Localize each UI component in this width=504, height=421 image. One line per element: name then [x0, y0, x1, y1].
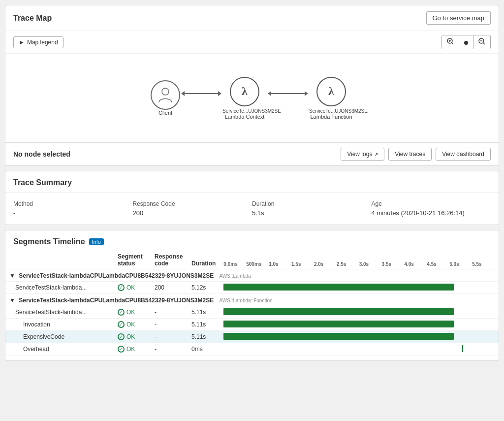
summary-method: Method - — [13, 200, 133, 217]
g2r2-ok-icon: ✓ — [118, 321, 125, 328]
g2r1-status: ✓ OK — [114, 306, 151, 319]
g2r4-code: - — [151, 343, 188, 356]
g2r2-status-text: OK — [126, 321, 135, 328]
timeline-header-row: Segmentstatus Responsecode Duration 0.0m… — [5, 251, 499, 269]
chevron-right-icon: ► — [19, 39, 25, 46]
g2r3-duration: 5.11s — [188, 331, 220, 343]
lambda-function-icon: λ — [328, 85, 334, 98]
svg-line-6 — [483, 43, 485, 44]
summary-method-label: Method — [13, 200, 133, 207]
col-header-name — [5, 251, 114, 269]
group2-badge: AWS::Lambda::Function — [220, 298, 273, 303]
summary-response-code-label: Response Code — [133, 200, 252, 207]
group1-toggle-icon: ▼ — [9, 272, 15, 279]
scale-2s: 2.0s — [314, 261, 337, 267]
g1r1-status: ✓ OK — [114, 282, 151, 294]
timeline-section: Segmentstatus Responsecode Duration 0.0m… — [5, 251, 499, 360]
group1-name: ServiceTestStack-lambdaCPULambdaCPU8B542… — [19, 272, 214, 279]
summary-age-label: Age — [372, 200, 491, 207]
group2-header[interactable]: ▼ ServiceTestStack-lambdaCPULambdaCPU8B5… — [5, 294, 499, 306]
scale-3s: 3.0s — [359, 261, 382, 267]
client-node-circle — [151, 80, 180, 110]
g1r1-code: 200 — [151, 282, 188, 294]
zoom-controls — [441, 35, 491, 49]
info-badge[interactable]: Info — [89, 238, 104, 245]
g2r3-bar-container — [223, 333, 495, 341]
g2r1-bar-cell — [220, 306, 499, 319]
segments-timeline-header: Segments Timeline Info — [5, 230, 499, 251]
view-buttons: View logs ↗ View traces View dashboard — [341, 148, 491, 161]
lambda-function-node[interactable]: λ ServiceTe...UJONS3M2SE Lambda Function — [309, 77, 353, 120]
group2-row2[interactable]: Invocation ✓ OK - 5.11s — [5, 319, 499, 331]
col-header-code: Responsecode — [151, 251, 188, 269]
g2r4-bar-cell — [220, 343, 499, 356]
g2r3-name: ExpensiveCode — [5, 331, 114, 343]
g2r4-name: Overhead — [5, 343, 114, 356]
segment-status-label: Segmentstatus — [118, 253, 147, 267]
g2r2-bar-container — [223, 321, 495, 328]
group2-toggle-icon: ▼ — [9, 297, 15, 304]
g2r1-code: - — [151, 306, 188, 319]
g2r3-status-text: OK — [126, 333, 135, 340]
g2r4-bar-container — [223, 345, 495, 353]
group1-header[interactable]: ▼ ServiceTestStack-lambdaCPULambdaCPU8B5… — [5, 269, 499, 282]
g2r2-bar-cell — [220, 319, 499, 331]
view-logs-button[interactable]: View logs ↗ — [341, 148, 384, 161]
zoom-in-icon — [447, 38, 454, 45]
zoom-out-icon — [478, 38, 485, 45]
map-legend-bar: ► Map legend — [5, 31, 499, 54]
g1r1-duration: 5.12s — [188, 282, 220, 294]
summary-response-code-value: 200 — [133, 209, 252, 217]
client-node[interactable]: Client — [151, 80, 180, 116]
g2r1-bar — [223, 308, 454, 315]
svg-line-3 — [452, 43, 453, 44]
lambda-context-icon: λ — [242, 85, 248, 98]
trace-summary-title: Trace Summary — [13, 178, 72, 187]
g2r1-status-ok: ✓ OK — [118, 309, 147, 316]
g1r1-bar — [223, 284, 454, 291]
go-to-service-map-button[interactable]: Go to service map — [426, 11, 491, 25]
summary-method-value: - — [13, 209, 133, 217]
summary-age-value: 4 minutes (2020-10-21 16:26:14) — [372, 209, 491, 217]
g2r2-status-ok: ✓ OK — [118, 321, 147, 328]
group2-name: ServiceTestStack-lambdaCPULambdaCPU8B542… — [19, 297, 214, 304]
summary-age: Age 4 minutes (2020-10-21 16:26:14) — [372, 200, 491, 217]
g2r2-code: - — [151, 319, 188, 331]
lambda-context-node[interactable]: λ ServiceTe...UJONS3M2SE Lambda Context — [222, 77, 267, 120]
zoom-out-button[interactable] — [473, 35, 490, 49]
map-legend-label: Map legend — [27, 39, 58, 46]
group2-row4[interactable]: Overhead ✓ OK - 0ms — [5, 343, 499, 356]
zoom-dot-icon — [464, 41, 468, 45]
zoom-in-button[interactable] — [442, 35, 459, 49]
map-legend-toggle[interactable]: ► Map legend — [13, 36, 63, 48]
group2-row3[interactable]: ExpensiveCode ✓ OK - 5.11s — [5, 331, 499, 343]
scale-1-5s: 1.5s — [291, 261, 314, 267]
view-traces-button[interactable]: View traces — [388, 148, 432, 161]
col-header-scale: 0.0ms 500ms 1.0s 1.5s 2.0s 2.5s 3.0s 3.5… — [220, 251, 499, 269]
g2r3-status: ✓ OK — [114, 331, 151, 343]
g2r1-bar-container — [223, 308, 495, 316]
zoom-reset-button[interactable] — [459, 35, 473, 49]
scale-4s: 4.0s — [404, 261, 427, 267]
lambda-function-label: Lambda Function — [311, 114, 352, 120]
g2r2-status: ✓ OK — [114, 319, 151, 331]
g2r4-ok-icon: ✓ — [118, 346, 125, 353]
segments-timeline-card: Segments Timeline Info Segmentstatus — [5, 230, 499, 361]
g2r4-status: ✓ OK — [114, 343, 151, 356]
g2r3-bar — [223, 333, 454, 340]
g2r1-name: ServiceTestStack-lambda... — [5, 306, 114, 319]
scale-5s: 5.0s — [449, 261, 472, 267]
timeline-table: Segmentstatus Responsecode Duration 0.0m… — [5, 251, 499, 356]
g2r3-code: - — [151, 331, 188, 343]
group2-row1[interactable]: ServiceTestStack-lambda... ✓ OK - 5.11s — [5, 306, 499, 319]
no-node-bar: No node selected View logs ↗ View traces… — [5, 142, 499, 165]
g2r3-status-ok: ✓ OK — [118, 333, 147, 340]
g2r3-ok-icon: ✓ — [118, 333, 125, 340]
lambda-context-circle: λ — [230, 77, 259, 106]
col-header-duration: Duration — [188, 251, 220, 269]
arrow-context-to-function — [267, 93, 309, 94]
group1-row1[interactable]: ServiceTestStack-lambda... ✓ OK 200 5.12… — [5, 282, 499, 294]
g2r1-duration: 5.11s — [188, 306, 220, 319]
scale-1s: 1.0s — [269, 261, 291, 267]
view-dashboard-button[interactable]: View dashboard — [436, 148, 491, 161]
